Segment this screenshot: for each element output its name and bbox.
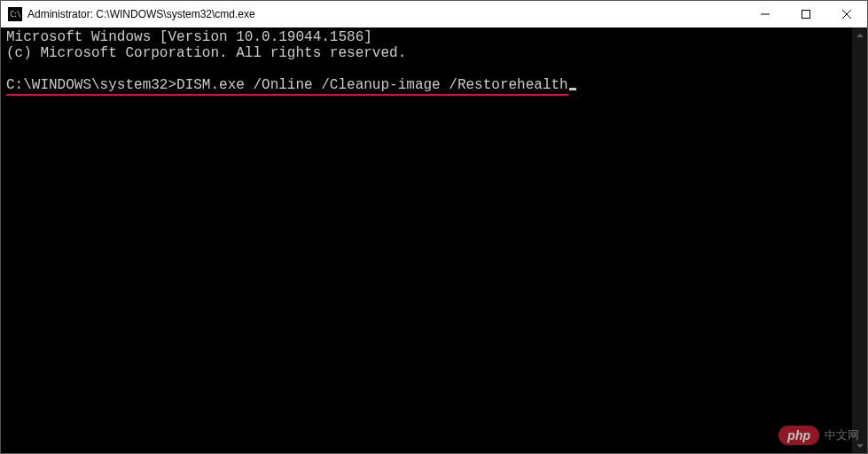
scroll-up-button[interactable] (852, 27, 867, 43)
svg-rect-1 (802, 11, 810, 19)
copyright-line: (c) Microsoft Corporation. All rights re… (6, 45, 406, 61)
prompt: C:\WINDOWS\system32> (6, 77, 176, 93)
cmd-window: Administrator: C:\WINDOWS\system32\cmd.e… (0, 0, 868, 454)
watermark-text: 中文网 (825, 427, 859, 443)
command-input[interactable]: DISM.exe /Online /Cleanup-image /Restore… (176, 77, 568, 93)
cmd-icon (8, 7, 22, 21)
window-title: Administrator: C:\WINDOWS\system32\cmd.e… (27, 8, 745, 20)
close-icon (842, 10, 851, 19)
terminal-content[interactable]: Microsoft Windows [Version 10.0.19044.15… (1, 27, 852, 453)
watermark-brand: php (778, 426, 819, 445)
scrollbar-track[interactable] (852, 43, 867, 438)
watermark: php 中文网 (778, 426, 859, 445)
vertical-scrollbar[interactable] (852, 27, 867, 453)
maximize-button[interactable] (786, 1, 826, 27)
terminal-area[interactable]: Microsoft Windows [Version 10.0.19044.15… (1, 27, 867, 453)
minimize-icon (761, 10, 770, 19)
version-line: Microsoft Windows [Version 10.0.19044.15… (6, 29, 372, 45)
titlebar[interactable]: Administrator: C:\WINDOWS\system32\cmd.e… (1, 1, 867, 27)
close-button[interactable] (826, 1, 867, 27)
minimize-button[interactable] (745, 1, 786, 27)
text-cursor (569, 88, 576, 90)
maximize-icon (802, 10, 810, 19)
chevron-up-icon (856, 34, 864, 37)
window-controls (745, 1, 867, 27)
